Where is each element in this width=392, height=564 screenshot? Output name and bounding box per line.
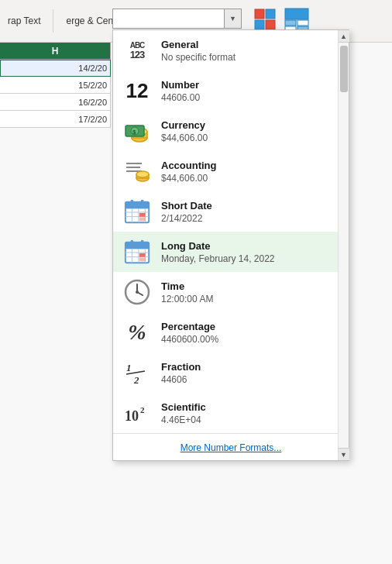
svg-rect-32 xyxy=(141,200,144,206)
column-header-h[interactable]: H xyxy=(0,43,111,60)
svg-rect-29 xyxy=(139,213,146,217)
svg-rect-42 xyxy=(139,258,146,262)
format-preview: 44606 xyxy=(161,374,201,385)
svg-rect-4 xyxy=(285,9,308,19)
format-item-currency[interactable]: $ Currency $44,606.00 xyxy=(113,111,349,151)
short-date-calendar-icon xyxy=(121,196,153,227)
format-item-scientific[interactable]: 10 2 Scientific 4.46E+04 xyxy=(113,393,349,433)
cell-value: 15/2/20 xyxy=(78,81,107,90)
currency-text: Currency $44,606.00 xyxy=(161,119,208,143)
format-menu: ABC 123 General No specific format 12 Nu… xyxy=(112,29,349,461)
svg-rect-16 xyxy=(126,167,140,168)
scientific-icon: 10 2 xyxy=(121,397,153,428)
menu-scroll-down-button[interactable]: ▼ xyxy=(339,448,349,460)
format-name: Number xyxy=(161,79,200,91)
table-row[interactable]: 16/2/20 xyxy=(0,94,111,111)
svg-rect-30 xyxy=(139,218,146,222)
svg-text:1: 1 xyxy=(126,362,132,373)
format-preview: $44,606.00 xyxy=(161,173,217,184)
svg-rect-3 xyxy=(266,20,275,29)
accounting-icon xyxy=(121,156,153,187)
format-preview: 12:00:00 AM xyxy=(161,294,213,304)
format-preview: 2/14/2022 xyxy=(161,213,212,224)
long-date-calendar-icon xyxy=(121,236,153,267)
fraction-text: Fraction 44606 xyxy=(161,361,201,385)
svg-rect-15 xyxy=(126,163,142,164)
svg-rect-41 xyxy=(139,253,146,257)
format-item-percentage[interactable]: % Percentage 4460600.00% xyxy=(113,312,349,352)
format-name: Currency xyxy=(161,119,208,131)
percentage-text: Percentage 4460600.00% xyxy=(161,321,218,345)
svg-rect-1 xyxy=(266,9,275,19)
svg-rect-35 xyxy=(126,246,149,249)
number-icon: 12 xyxy=(121,75,153,106)
table-row[interactable]: 15/2/20 xyxy=(0,77,111,94)
percentage-icon: % xyxy=(121,317,153,348)
format-item-number[interactable]: 12 Number 44606.00 xyxy=(113,70,349,111)
format-name: Scientific xyxy=(161,401,206,413)
currency-icon: $ xyxy=(121,115,153,146)
menu-scroll-track xyxy=(339,43,349,448)
short-date-text: Short Date 2/14/2022 xyxy=(161,200,212,224)
svg-rect-0 xyxy=(255,9,264,19)
dropdown-arrow-button[interactable]: ▼ xyxy=(225,9,242,29)
fraction-icon: 1 2 xyxy=(121,357,153,388)
svg-text:2: 2 xyxy=(140,405,145,414)
more-formats-section[interactable]: More Number Formats... xyxy=(113,433,349,460)
svg-rect-5 xyxy=(285,20,296,26)
scientific-text: Scientific 4.46E+04 xyxy=(161,401,206,425)
ribbon-separator xyxy=(53,9,53,33)
format-input[interactable] xyxy=(112,9,225,29)
cell-value: 14/2/20 xyxy=(78,64,107,73)
table-row[interactable]: 14/2/20 xyxy=(0,60,111,77)
cell-value: 16/2/20 xyxy=(78,98,107,107)
format-name: Long Date xyxy=(161,240,275,252)
format-item-fraction[interactable]: 1 2 Fraction 44606 xyxy=(113,352,349,393)
format-item-short-date[interactable]: Short Date 2/14/2022 xyxy=(113,191,349,232)
column-header-label: H xyxy=(52,46,59,57)
accounting-text: Accounting $44,606.00 xyxy=(161,160,217,184)
format-name: General xyxy=(161,39,236,50)
format-preview: 4460600.00% xyxy=(161,334,218,345)
menu-scrollbar[interactable]: ▲ ▼ xyxy=(338,30,349,460)
long-date-text: Long Date Monday, February 14, 2022 xyxy=(161,240,275,264)
number-text: Number 44606.00 xyxy=(161,79,200,103)
format-item-general[interactable]: ABC 123 General No specific format xyxy=(113,30,349,70)
more-formats-link[interactable]: More Number Formats... xyxy=(181,442,282,453)
svg-rect-44 xyxy=(141,240,144,246)
format-name: Percentage xyxy=(161,321,218,332)
svg-rect-31 xyxy=(130,200,133,206)
menu-scroll-thumb[interactable] xyxy=(340,46,348,92)
svg-point-48 xyxy=(136,291,139,294)
svg-rect-23 xyxy=(126,205,149,208)
dropdown-arrow-icon: ▼ xyxy=(229,15,236,22)
general-text: General No specific format xyxy=(161,39,236,63)
format-preview: No specific format xyxy=(161,52,236,63)
format-item-time[interactable]: Time 12:00:00 AM xyxy=(113,272,349,312)
cell-value: 17/2/20 xyxy=(78,115,107,124)
format-item-accounting[interactable]: Accounting $44,606.00 xyxy=(113,151,349,191)
svg-point-20 xyxy=(136,171,149,177)
format-item-long-date[interactable]: Long Date Monday, February 14, 2022 xyxy=(113,232,349,272)
format-preview: 4.46E+04 xyxy=(161,414,206,425)
svg-rect-2 xyxy=(255,20,264,29)
svg-rect-6 xyxy=(297,20,308,26)
wrap-text-label: rap Text xyxy=(8,15,40,26)
format-name: Fraction xyxy=(161,361,201,373)
time-clock-icon xyxy=(121,277,153,308)
number-format-dropdown[interactable]: ▼ xyxy=(112,8,244,29)
table-row[interactable]: 17/2/20 xyxy=(0,111,111,128)
svg-text:10: 10 xyxy=(125,408,139,424)
svg-text:$: $ xyxy=(132,129,136,136)
menu-scroll-up-button[interactable]: ▲ xyxy=(339,30,349,43)
format-name: Short Date xyxy=(161,200,212,212)
format-preview: 44606.00 xyxy=(161,92,200,103)
format-preview: $44,606.00 xyxy=(161,132,208,143)
format-name: Accounting xyxy=(161,160,217,171)
format-preview: Monday, February 14, 2022 xyxy=(161,253,275,264)
svg-rect-43 xyxy=(130,240,133,246)
time-text: Time 12:00:00 AM xyxy=(161,280,213,304)
general-icon: ABC 123 xyxy=(121,35,153,66)
cells-area: 14/2/20 15/2/20 16/2/20 17/2/20 xyxy=(0,60,111,128)
svg-text:2: 2 xyxy=(133,374,139,386)
